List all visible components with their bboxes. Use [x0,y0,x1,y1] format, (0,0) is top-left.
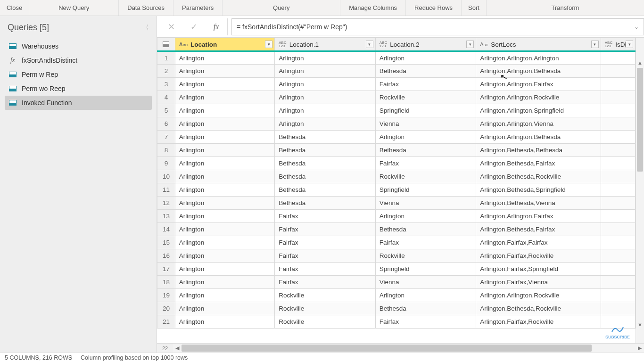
cell[interactable]: Arlington [175,144,274,157]
cell[interactable] [601,65,635,78]
ribbon-query[interactable]: Query [223,0,340,16]
cell[interactable]: Fairfax [275,263,375,276]
formula-fx-icon[interactable]: fx [205,18,228,35]
cell[interactable]: Arlington,Arlington,Vienna [476,117,601,131]
formula-commit-icon[interactable]: ✓ [182,18,205,35]
cell[interactable]: Bethesda [275,144,375,157]
cell[interactable]: Fairfax [275,236,375,249]
row-number[interactable]: 4 [157,91,175,104]
cell[interactable]: Bethesda [275,170,375,183]
cell[interactable]: Arlington [175,197,274,210]
column-filter-icon[interactable]: ▾ [265,41,272,48]
cell[interactable]: Arlington,Arlington,Fairfax [476,78,601,91]
query-item-warehouses[interactable]: Warehouses [5,39,152,53]
table-row[interactable]: 21ArlingtonRockvilleFairfaxArlington,Fai… [157,315,636,329]
column-filter-icon[interactable]: ▾ [366,41,373,48]
cell[interactable]: Bethesda [275,197,375,210]
cell[interactable]: Arlington [175,249,274,263]
cell[interactable]: Arlington,Arlington,Rockville [476,91,601,104]
table-row[interactable]: 10ArlingtonBethesdaRockvilleArlington,Be… [157,170,636,183]
cell[interactable]: Arlington,Fairfax,Rockville [476,249,601,263]
table-row[interactable]: 19ArlingtonRockvilleArlingtonArlington,A… [157,289,636,302]
cell[interactable]: Arlington,Arlington,Rockville [476,289,601,302]
row-number[interactable]: 11 [157,183,175,197]
cell[interactable]: Arlington [275,91,375,104]
cell[interactable]: Fairfax [375,236,476,249]
row-number[interactable]: 19 [157,289,175,302]
table-row[interactable]: 17ArlingtonFairfaxSpringfieldArlington,F… [157,263,636,276]
query-item-perm-wo-reep[interactable]: Perm wo Reep [5,82,152,96]
cell[interactable]: Arlington,Bethesda,Vienna [476,197,601,210]
row-number[interactable]: 15 [157,236,175,249]
ribbon-sort[interactable]: Sort [462,0,487,16]
cell[interactable]: Arlington,Arlington,Bethesda [476,131,601,144]
table-row[interactable]: 16ArlingtonFairfaxRockvilleArlington,Fai… [157,249,636,263]
cell[interactable] [601,276,635,289]
formula-cancel-icon[interactable]: ✕ [160,18,182,35]
cell[interactable]: Fairfax [275,210,375,223]
table-row[interactable]: 4ArlingtonArlingtonRockvilleArlington,Ar… [157,91,636,104]
table-row[interactable]: 11ArlingtonBethesdaSpringfieldArlington,… [157,183,636,197]
scroll-thumb[interactable] [637,68,643,172]
table-row[interactable]: 13ArlingtonFairfaxArlingtonArlington,Arl… [157,210,636,223]
query-item-invoked-function[interactable]: Invoked Function [5,96,152,110]
row-number[interactable]: 7 [157,131,175,144]
row-number[interactable]: 10 [157,170,175,183]
table-row[interactable]: 1ArlingtonArlingtonArlingtonArlington,Ar… [157,51,636,65]
table-row[interactable]: 7ArlingtonBethesdaArlingtonArlington,Arl… [157,131,636,144]
ribbon-new-query[interactable]: New Query [29,0,119,16]
cell[interactable]: Rockville [375,249,476,263]
cell[interactable]: Arlington [275,65,375,78]
cell[interactable]: Vienna [375,117,476,131]
cell[interactable] [601,51,635,65]
column-filter-icon[interactable]: ▾ [626,41,633,48]
cell[interactable]: Arlington [175,170,274,183]
table-row[interactable]: 12ArlingtonBethesdaViennaArlington,Bethe… [157,197,636,210]
row-number[interactable]: 17 [157,263,175,276]
ribbon-manage-columns[interactable]: Manage Columns [340,0,406,16]
cell[interactable]: Arlington [175,117,274,131]
cell[interactable] [601,183,635,197]
table-row[interactable]: 5ArlingtonArlingtonSpringfieldArlington,… [157,104,636,117]
ribbon-close[interactable]: Close [0,0,29,16]
table-row[interactable]: 20ArlingtonRockvilleBethesdaArlington,Be… [157,302,636,315]
cell[interactable]: Arlington [175,78,274,91]
cell[interactable]: Arlington,Bethesda,Springfield [476,183,601,197]
cell[interactable]: Arlington,Fairfax,Vienna [476,276,601,289]
scroll-up-icon[interactable]: ▲ [636,58,644,67]
cell[interactable]: Arlington [175,183,274,197]
cell[interactable]: Fairfax [275,223,375,236]
cell[interactable]: Arlington [175,51,274,65]
cell[interactable]: Arlington [375,131,476,144]
row-number[interactable]: 20 [157,302,175,315]
row-number[interactable]: 8 [157,144,175,157]
cell[interactable]: Arlington,Arlington,Fairfax [476,210,601,223]
ribbon-reduce-rows[interactable]: Reduce Rows [406,0,462,16]
ribbon-transform[interactable]: Transform [487,0,644,16]
cell[interactable] [601,157,635,170]
cell[interactable]: Arlington [175,91,274,104]
cell[interactable]: Arlington [175,104,274,117]
cell[interactable] [601,302,635,315]
row-number[interactable]: 9 [157,157,175,170]
cell[interactable]: Arlington [375,210,476,223]
formula-input[interactable]: = fxSortAndIsDistinct(#"Perm w Rep") ⌄ [231,18,644,35]
cell[interactable]: Arlington,Fairfax,Fairfax [476,236,601,249]
column-header-location-2[interactable]: ABC123Location.2▾ [375,38,476,51]
row-number[interactable]: 18 [157,276,175,289]
table-row[interactable]: 6ArlingtonArlingtonViennaArlington,Arlin… [157,117,636,131]
row-number[interactable]: 1 [157,51,175,65]
scroll-down-icon[interactable]: ▼ [636,321,644,329]
cell[interactable]: Bethesda [375,302,476,315]
cell[interactable]: Arlington,Bethesda,Bethesda [476,144,601,157]
cell[interactable] [601,78,635,91]
cell[interactable]: Vienna [375,276,476,289]
cell[interactable]: Springfield [375,104,476,117]
cell[interactable]: Arlington [175,157,274,170]
column-header-isdist[interactable]: ABC123IsDist▾ [601,38,635,51]
row-number[interactable]: 5 [157,104,175,117]
select-all-corner[interactable] [157,38,175,51]
cell[interactable]: Arlington,Bethesda,Fairfax [476,223,601,236]
cell[interactable]: Arlington [275,117,375,131]
cell[interactable] [601,117,635,131]
